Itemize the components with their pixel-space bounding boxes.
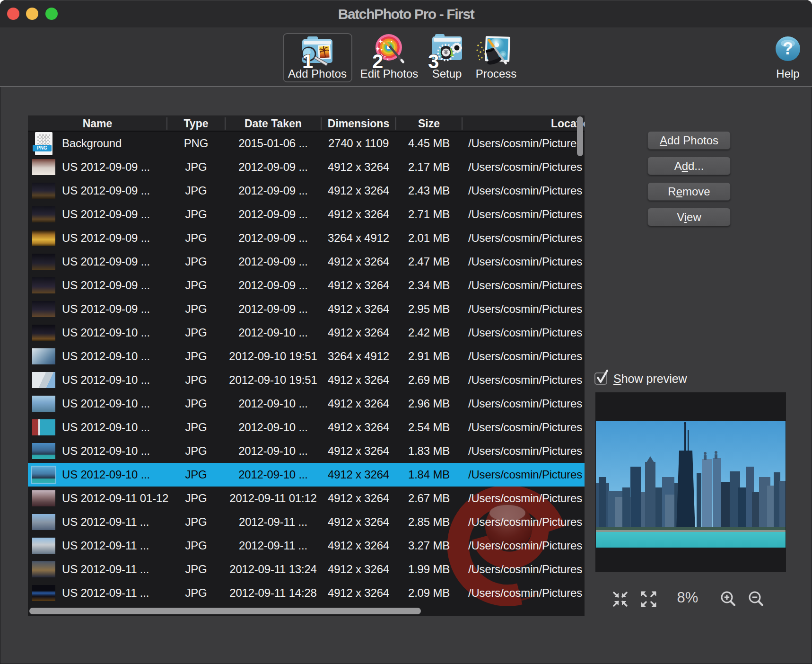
svg-text:?: ? (783, 39, 793, 58)
